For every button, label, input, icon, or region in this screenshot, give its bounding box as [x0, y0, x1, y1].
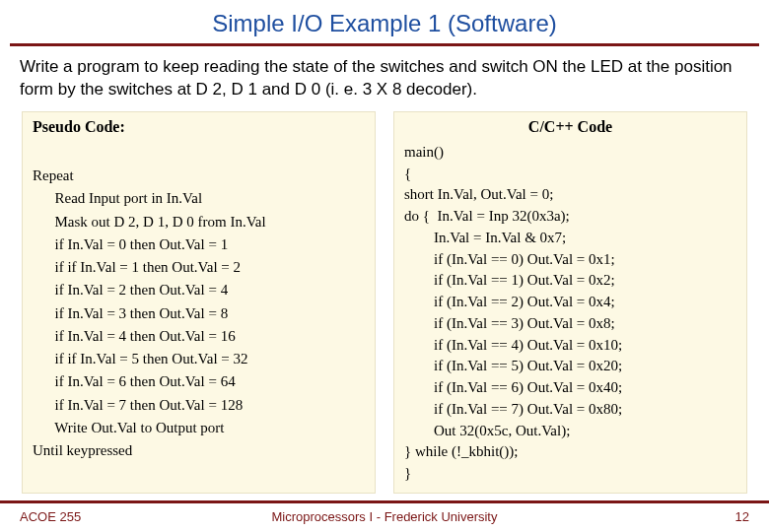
pseudo-line: if In.Val = 4 then Out.Val = 16	[33, 325, 365, 348]
pseudo-line: if In.Val = 3 then Out.Val = 8	[33, 302, 365, 325]
pseudo-line: Mask out D 2, D 1, D 0 from In.Val	[33, 211, 365, 233]
code-line: if (In.Val == 1) Out.Val = 0x2;	[404, 270, 736, 292]
code-line: do { In.Val = Inp 32(0x3a);	[404, 206, 736, 228]
pseudo-line: Until keypressed	[33, 439, 365, 462]
pseudo-line: if if In.Val = 5 then Out.Val = 32	[33, 348, 365, 370]
pseudo-line: if In.Val = 0 then Out.Val = 1	[33, 233, 365, 256]
c-code-heading: C/C++ Code	[404, 118, 736, 136]
c-code-panel: C/C++ Code main(){short In.Val, Out.Val …	[393, 111, 747, 494]
code-line: }	[404, 463, 736, 485]
footer-left: ACOE 255	[20, 509, 81, 524]
code-line: short In.Val, Out.Val = 0;	[404, 184, 736, 206]
pseudo-code-body: Repeat Read Input port in In.Val Mask ou…	[33, 142, 365, 463]
pseudo-line	[33, 142, 365, 165]
c-code-body: main(){short In.Val, Out.Val = 0;do { In…	[404, 142, 736, 485]
pseudo-code-panel: Pseudo Code: Repeat Read Input port in I…	[22, 111, 376, 494]
code-line: if (In.Val == 7) Out.Val = 0x80;	[404, 399, 736, 421]
pseudo-line: Read Input port in In.Val	[33, 187, 365, 210]
code-line: In.Val = In.Val & 0x7;	[404, 228, 736, 249]
pseudo-line: if In.Val = 2 then Out.Val = 4	[33, 279, 365, 301]
code-line: if (In.Val == 0) Out.Val = 0x1;	[404, 249, 736, 271]
footer: ACOE 255 Microprocessors I - Frederick U…	[0, 500, 769, 524]
pseudo-line: Repeat	[33, 165, 365, 187]
panels: Pseudo Code: Repeat Read Input port in I…	[0, 111, 769, 494]
footer-right: 12	[735, 509, 749, 524]
pseudo-line: if In.Val = 7 then Out.Val = 128	[33, 394, 365, 417]
code-line: {	[404, 164, 736, 185]
code-line: if (In.Val == 3) Out.Val = 0x8;	[404, 313, 736, 335]
pseudo-line: if In.Val = 6 then Out.Val = 64	[33, 370, 365, 393]
pseudo-line: Write Out.Val to Output port	[33, 417, 365, 439]
footer-center: Microprocessors I - Frederick University	[0, 509, 769, 524]
code-line: Out 32(0x5c, Out.Val);	[404, 421, 736, 442]
code-line: if (In.Val == 5) Out.Val = 0x20;	[404, 356, 736, 377]
code-line: if (In.Val == 4) Out.Val = 0x10;	[404, 335, 736, 357]
problem-statement: Write a program to keep reading the stat…	[0, 54, 769, 111]
pseudo-line: if if In.Val = 1 then Out.Val = 2	[33, 256, 365, 279]
title-rule	[10, 43, 759, 46]
code-line: if (In.Val == 6) Out.Val = 0x40;	[404, 377, 736, 399]
code-line: main()	[404, 142, 736, 164]
code-line: } while (!_kbhit());	[404, 441, 736, 463]
code-line: if (In.Val == 2) Out.Val = 0x4;	[404, 292, 736, 313]
pseudo-code-heading: Pseudo Code:	[33, 118, 365, 136]
slide-title: Simple I/O Example 1 (Software)	[0, 0, 769, 43]
